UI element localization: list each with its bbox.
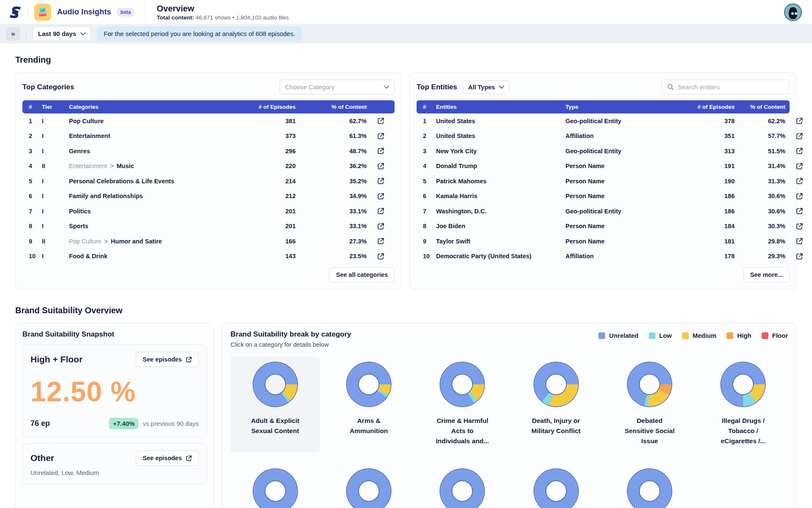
content-cell: 31.4%	[735, 163, 785, 169]
category-row[interactable]: 7IPolitics20133.1%	[22, 204, 395, 219]
entity-row[interactable]: 1United StatesGeo-political Entity37862.…	[417, 113, 790, 129]
donut-category-tile[interactable]	[418, 463, 507, 508]
entity-row[interactable]: 6Kamala HarrisPerson Name18630.6%	[417, 189, 790, 204]
donut-category-tile[interactable]: Adult & ExplicitSexual Content	[230, 356, 320, 452]
brand-area: Audio Insights beta	[8, 4, 145, 21]
expand-sidebar-button[interactable]: »	[6, 27, 20, 41]
entity-row[interactable]: 3New York CityGeo-political Entity31351.…	[417, 144, 790, 159]
category-row[interactable]: 6IFamily and Relationships21234.9%	[22, 189, 395, 204]
see-more-entities-button[interactable]: See more...	[743, 267, 790, 282]
content-cell: 27.3%	[296, 238, 367, 245]
tier-cell: I	[42, 193, 69, 199]
choose-category-select[interactable]: Choose Category	[280, 80, 395, 94]
content-cell: 36.2%	[296, 163, 367, 169]
category-name-cell: Food & Drink	[69, 253, 236, 260]
entity-type-cell: Person Name	[565, 178, 671, 185]
entity-row[interactable]: 10Democratic Party (United States)Affili…	[417, 249, 790, 264]
open-category-button[interactable]	[376, 116, 386, 126]
see-episodes-button[interactable]: See episodes	[136, 352, 199, 367]
category-row[interactable]: 3IGenres29648.7%	[22, 144, 395, 159]
category-row[interactable]: 1IPop Culture38162.7%	[22, 113, 395, 129]
suitability-donut-chart	[253, 469, 297, 508]
entity-row[interactable]: 5Patrick MahomesPerson Name19031.3%	[417, 174, 790, 189]
open-category-button[interactable]	[376, 251, 386, 262]
donut-category-tile[interactable]: Illegal Drugs /Tobacco /eCigarettes /...	[699, 356, 788, 452]
rank-cell: 6	[417, 193, 436, 199]
episodes-cell: 181	[671, 238, 735, 245]
content-cell: 29.8%	[735, 238, 785, 245]
categories-table-body: 1IPop Culture38162.7%2IEntertainment3736…	[22, 113, 395, 264]
category-name-cell: Genres	[69, 148, 236, 155]
donut-category-tile[interactable]: DebatedSensitive SocialIssue	[605, 356, 694, 452]
open-category-button[interactable]	[376, 176, 386, 186]
entity-row[interactable]: 9Taylor SwiftPerson Name18129.8%	[417, 234, 790, 249]
page-title-block: Overview Total content: 46,871 shows • 1…	[145, 0, 288, 24]
entity-name-cell: Patrick Mahomes	[436, 178, 565, 185]
entity-row[interactable]: 7Washington, D.C.Geo-political Entity186…	[417, 204, 790, 219]
suitability-donut-chart	[347, 469, 391, 508]
legend-label: High	[737, 332, 751, 339]
external-link-icon	[796, 207, 803, 215]
rank-cell: 5	[417, 178, 436, 185]
donut-category-tile[interactable]: Death, Injury orMilitary Conflict	[511, 356, 601, 452]
see-episodes-button[interactable]: See episodes	[136, 450, 199, 466]
tier-cell: I	[42, 253, 69, 260]
content-cell: 57.7%	[735, 133, 785, 139]
content-cell: 33.1%	[296, 223, 367, 229]
rank-cell: 2	[22, 133, 42, 139]
donut-hole	[265, 481, 285, 501]
open-entity-button[interactable]	[794, 116, 805, 126]
open-category-button[interactable]	[376, 206, 386, 216]
category-row[interactable]: 9IIPop Culture>Humor and Satire16627.3%	[22, 234, 395, 249]
open-entity-button[interactable]	[794, 191, 805, 202]
donut-category-tile[interactable]	[511, 463, 601, 508]
open-entity-button[interactable]	[794, 251, 805, 262]
open-entity-button[interactable]	[794, 206, 805, 216]
see-all-categories-button[interactable]: See all categories	[329, 267, 395, 282]
categories-table-header: # Tier Categories # of Episodes % of Con…	[22, 100, 395, 113]
entity-type-select[interactable]: All Types	[463, 80, 509, 94]
donut-category-tile[interactable]	[324, 463, 413, 508]
external-link-icon	[377, 147, 384, 155]
top-entities-title: Top Entities	[417, 83, 457, 91]
open-category-button[interactable]	[376, 161, 386, 171]
high-floor-card: High + Floor See episodes 12.50 % 76 ep …	[22, 345, 207, 437]
category-name-cell: Personal Celebrations & Life Events	[69, 178, 236, 185]
entity-type-cell: Person Name	[565, 238, 671, 245]
open-entity-button[interactable]	[794, 146, 805, 156]
entity-row[interactable]: 4Donald TrumpPerson Name19131.4%	[417, 159, 790, 174]
open-entity-button[interactable]	[794, 131, 805, 141]
category-row[interactable]: 5IPersonal Celebrations & Life Events214…	[22, 174, 395, 189]
open-category-button[interactable]	[376, 221, 386, 232]
entity-row[interactable]: 8Joe BidenPerson Name18430.3%	[417, 219, 790, 234]
open-category-button[interactable]	[376, 131, 386, 141]
donut-hole	[733, 375, 753, 395]
total-content-value: 46,871 shows • 1,804,103 audio files	[196, 14, 289, 21]
period-select-value: Last 90 days	[38, 30, 76, 37]
category-row[interactable]: 4IIEntertainment>Music22036.2%	[22, 159, 395, 174]
entity-search-input[interactable]	[678, 83, 784, 91]
category-row[interactable]: 2IEntertainment37361.3%	[22, 129, 395, 144]
open-category-button[interactable]	[376, 191, 386, 202]
donut-category-tile[interactable]: Arms &Ammunition	[324, 356, 413, 452]
donut-category-tile[interactable]	[230, 463, 320, 508]
open-entity-button[interactable]	[794, 221, 805, 232]
category-row[interactable]: 8ISports20133.1%	[22, 219, 395, 234]
entity-type-cell: Person Name	[565, 193, 671, 199]
user-avatar[interactable]	[784, 3, 802, 21]
donut-category-tile[interactable]	[605, 463, 694, 508]
open-entity-button[interactable]	[794, 236, 805, 246]
donut-category-tile[interactable]: Crime & HarmfulActs toIndividuals and...	[418, 356, 507, 452]
rank-cell: 7	[417, 208, 436, 215]
open-entity-button[interactable]	[794, 161, 805, 171]
open-category-button[interactable]	[376, 146, 386, 156]
beta-badge: beta	[117, 8, 134, 17]
entity-row[interactable]: 2United StatesAffiliation35157.7%	[417, 129, 790, 144]
content-cell: 30.3%	[735, 223, 785, 229]
column-header: Type	[565, 104, 671, 110]
period-select[interactable]: Last 90 days	[33, 26, 91, 41]
open-category-button[interactable]	[376, 236, 386, 246]
open-entity-button[interactable]	[794, 176, 805, 186]
main-content: Trending Top Categories Choose Category …	[0, 43, 812, 508]
category-row[interactable]: 10IFood & Drink14323.5%	[22, 249, 395, 264]
